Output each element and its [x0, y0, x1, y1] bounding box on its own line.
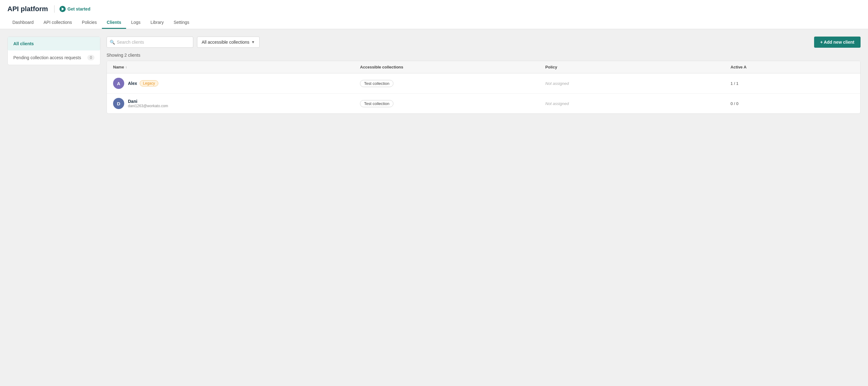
column-active-apps: Active A [731, 65, 854, 69]
client-collections: Test collection [360, 100, 545, 107]
add-client-label: + Add new client [820, 40, 855, 44]
avatar: A [113, 78, 124, 89]
column-accessible-collections: Accessible collections [360, 65, 545, 69]
app-title: API platform [7, 5, 48, 13]
dropdown-arrow-icon: ▼ [251, 40, 255, 44]
sidebar-item-pending[interactable]: Pending collection access requests 0 [8, 51, 100, 65]
legacy-badge: Legacy [140, 80, 159, 87]
client-policy: Not assigned [545, 101, 731, 106]
all-clients-label: All clients [13, 41, 34, 46]
get-started-label: Get started [67, 6, 90, 11]
collection-badge: Test collection [360, 100, 394, 107]
avatar: D [113, 98, 124, 109]
collections-dropdown-label: All accessible collections [202, 40, 249, 44]
client-name: Dani [128, 99, 137, 104]
client-info-alex: A Alex Legacy [113, 78, 360, 89]
client-name-group: Dani [128, 99, 168, 104]
client-name: Alex [128, 81, 137, 86]
client-active-apps: 0 / 0 [731, 101, 854, 106]
table-row[interactable]: A Alex Legacy Test collection Not assign… [107, 73, 860, 94]
pending-label: Pending collection access requests [13, 55, 81, 60]
nav-item-policies[interactable]: Policies [77, 17, 102, 29]
client-email: dani1263@workato.com [128, 104, 168, 108]
client-policy: Not assigned [545, 81, 731, 86]
sidebar: All clients Pending collection access re… [7, 37, 100, 65]
table-header: Name ↑ Accessible collections Policy Act… [107, 61, 860, 73]
client-name-group: Alex Legacy [128, 80, 158, 87]
sort-icon: ↑ [125, 65, 127, 69]
nav-item-library[interactable]: Library [146, 17, 169, 29]
main-nav: Dashboard API collections Policies Clien… [7, 17, 861, 29]
nav-item-api-collections[interactable]: API collections [39, 17, 77, 29]
sidebar-item-all-clients[interactable]: All clients [8, 37, 100, 51]
nav-item-logs[interactable]: Logs [126, 17, 145, 29]
nav-item-settings[interactable]: Settings [168, 17, 194, 29]
add-new-client-button[interactable]: + Add new client [814, 37, 861, 48]
content-toolbar: 🔍 All accessible collections ▼ + Add new… [106, 37, 861, 48]
search-icon: 🔍 [110, 40, 115, 44]
clients-table: Name ↑ Accessible collections Policy Act… [106, 61, 861, 114]
content-area: 🔍 All accessible collections ▼ + Add new… [106, 37, 861, 114]
client-collections: Test collection [360, 80, 545, 87]
column-name: Name ↑ [113, 65, 360, 69]
pending-count-badge: 0 [87, 55, 94, 60]
header-divider [54, 5, 55, 13]
search-input[interactable] [106, 37, 193, 48]
collections-dropdown[interactable]: All accessible collections ▼ [197, 37, 259, 48]
client-info-dani: D Dani dani1263@workato.com [113, 98, 360, 109]
column-policy: Policy [545, 65, 731, 69]
table-row[interactable]: D Dani dani1263@workato.com Test collect… [107, 94, 860, 114]
client-active-apps: 1 / 1 [731, 81, 854, 86]
collection-badge: Test collection [360, 80, 394, 87]
get-started-button[interactable]: Get started [60, 6, 90, 12]
nav-item-dashboard[interactable]: Dashboard [7, 17, 39, 29]
search-wrapper: 🔍 [106, 37, 193, 48]
showing-label: Showing 2 clients [106, 53, 861, 58]
nav-item-clients[interactable]: Clients [102, 17, 126, 29]
play-icon [60, 6, 66, 12]
